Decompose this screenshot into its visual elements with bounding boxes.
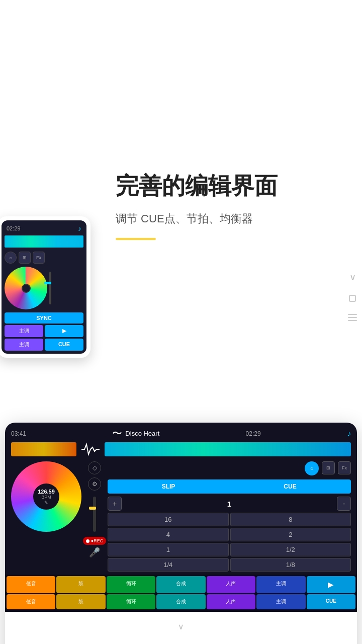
beat-control-row-2: + 1 - [108,497,351,511]
vinyl-1 [5,267,47,309]
play-btn-1[interactable]: ▶ [45,325,83,337]
beat-cell-quarter[interactable]: 1/4 [108,558,229,572]
ctrl-loop-1[interactable]: ○ [5,252,17,264]
btn-xunhuan-2[interactable]: 循环 [107,594,155,609]
beat-plus-btn-2[interactable]: + [108,497,122,511]
fader-thumb-1[interactable] [44,282,51,284]
chevron-down-icon-1: ∨ [349,272,356,283]
time-right-2: 02:29 [246,430,261,437]
beat-cell-8[interactable]: 8 [230,513,351,526]
beat-cell-1[interactable]: 1 [108,543,229,556]
btn-cue-2[interactable]: CUE [307,594,355,609]
right-controls-2: ○ ⊞ Fx SLIP CUE + 1 - [108,461,351,572]
bpm-number-2: 126.59 [38,489,55,495]
waveform-right-2 [105,442,351,456]
dj-screen-1: 02:29 ♪ ○ ⊞ Fx [2,220,86,354]
fader-track-1 [49,272,51,304]
circle-btn-active-2[interactable]: ○ [305,461,319,475]
btn-hecheng-2[interactable]: 合成 [156,594,205,609]
bpm-label-2: BPM [41,495,51,500]
center-controls-2: ◇ ⚙ ●REC 🎤 [84,461,105,572]
cue-btn-1[interactable]: CUE [45,339,83,351]
btn-zhudiao-2[interactable]: 主调 [256,594,305,609]
action-row-2: 低音 鼓 循环 合成 人声 主调 CUE [7,594,355,609]
heartbeat-center [80,442,101,456]
rec-label-2: ●REC [91,538,103,543]
beat-grid-2: 16 8 4 2 1 1/2 1/4 1/8 [108,513,351,572]
beat-cell-half[interactable]: 1/2 [230,543,351,556]
btn-rensheng-1[interactable]: 人声 [207,576,255,593]
heartbeat-icon-2: 〜 [112,427,122,440]
waveform-left-2 [11,442,76,456]
rec-btn-2[interactable]: ●REC [83,537,106,545]
music-note-2: ♪ [347,429,351,438]
turntable-2: 126.59 BPM ✎ [11,461,81,532]
time-left-2: 03:41 [11,430,26,437]
page-title: 完善的编辑界面 [116,171,342,201]
beat-cell-4[interactable]: 4 [108,528,229,541]
btn-hecheng-1[interactable]: 合成 [156,576,205,593]
btn-zhudiao-1[interactable]: 主调 [256,576,305,593]
time-display-1: 02:29 [7,225,21,231]
title-underline [116,238,156,240]
mic-icon-2[interactable]: 🎤 [89,547,100,558]
slip-tab-2[interactable]: SLIP [108,479,229,494]
rec-mic-row-2: ●REC [83,537,106,545]
fx-btn-2[interactable]: Fx [338,461,351,474]
top-right-btns-2: ○ ⊞ Fx [108,461,351,475]
device-frame-1: 02:29 ♪ ○ ⊞ Fx [0,216,90,358]
btn-diyin-2[interactable]: 低音 [7,594,55,609]
dj-app-screen-2: 03:41 〜 Disco Heart 02:29 ♪ [5,423,357,612]
waveforms-2 [5,440,357,458]
gear-icon-2[interactable]: ⚙ [88,477,101,491]
turntable-center-2: 126.59 BPM ✎ [33,484,59,510]
zhu-diao-btn-1[interactable]: 主调 [5,325,43,337]
cue-tab-2[interactable]: CUE [229,479,351,494]
beat-cell-eighth[interactable]: 1/8 [230,558,351,572]
right-panel-1: ∨ [348,272,357,321]
beat-minus-btn-2[interactable]: - [337,497,351,511]
top-center-icons: ◇ ⚙ [88,461,101,491]
chevron-down-icon-2: ∨ [178,622,184,631]
btn-xunhuan-1[interactable]: 循环 [107,576,155,593]
btn-play-2[interactable]: ▶ [307,576,355,593]
page-subtitle: 调节 CUE点、节拍、均衡器 [116,210,342,227]
pencil-icon-2: ✎ [44,500,48,505]
btn-gu-1[interactable]: 鼓 [56,576,105,593]
center-fader-2 [93,497,96,532]
menu-bars-icon-1 [348,314,357,321]
beat-cell-2[interactable]: 2 [230,528,351,541]
right-panel-2: ∨ [5,612,357,644]
slip-cue-tabs-2: SLIP CUE [108,479,351,494]
ctrl-fx-1[interactable]: Fx [33,252,45,264]
bottom-section: 03:41 〜 Disco Heart 02:29 ♪ [0,423,362,644]
center-fader-thumb-2[interactable] [89,507,96,510]
waveform-1 [5,235,83,248]
dj-main-area-2: 126.59 BPM ✎ ◇ ⚙ [5,458,357,575]
btn-diyin-1[interactable]: 低音 [7,576,55,593]
device-frame-2: 03:41 〜 Disco Heart 02:29 ♪ [5,423,357,644]
btn-gu-2[interactable]: 鼓 [56,594,105,609]
music-note-1: ♪ [78,224,81,232]
song-name-2: Disco Heart [125,430,159,437]
text-content: 完善的编辑界面 调节 CUE点、节拍、均衡器 [0,0,362,250]
zhu-diao-btn-2[interactable]: 主调 [5,339,43,351]
top-info-bar-2: 03:41 〜 Disco Heart 02:29 ♪ [5,423,357,440]
top-section: 完善的编辑界面 调节 CUE点、节拍、均衡器 02:29 ♪ ○ ⊞ Fx [0,0,362,413]
action-row-1: 低音 鼓 循环 合成 人声 主调 ▶ [7,576,355,593]
beat-value-2: 1 [122,500,337,508]
eq-btn-2[interactable]: ⊞ [322,461,335,474]
beat-cell-16[interactable]: 16 [108,513,229,526]
ctrl-eq-1[interactable]: ⊞ [19,252,31,264]
btn-rensheng-2[interactable]: 人声 [207,594,255,609]
action-rows-2: 低音 鼓 循环 合成 人声 主调 ▶ 低音 鼓 循环 合成 人声 主调 CUE [5,575,357,612]
small-square-icon-1 [349,295,356,302]
diamond-icon-2[interactable]: ◇ [88,461,101,474]
sync-btn-1[interactable]: SYNC [5,312,83,324]
